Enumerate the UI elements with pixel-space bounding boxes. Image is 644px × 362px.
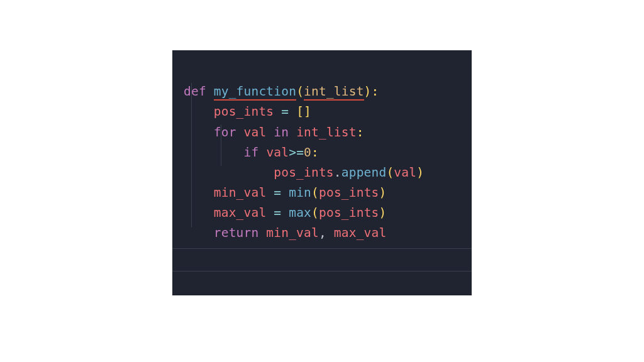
line-highlight-top — [172, 248, 472, 249]
code-line: if val>=0: — [184, 145, 319, 160]
code-line: for val in int_list: — [184, 125, 364, 140]
code-line: pos_ints.append(val) — [184, 165, 424, 180]
indent-guide — [191, 83, 192, 228]
code-line: return min_val, max_val — [184, 226, 386, 240]
keyword-return: return — [214, 226, 259, 240]
literal-zero: 0 — [304, 145, 311, 160]
keyword-def: def — [184, 84, 206, 99]
var-max-val: max_val — [214, 206, 267, 220]
var-int-list: int_list — [296, 125, 357, 140]
builtin-max: max — [289, 206, 311, 220]
method-append: append — [341, 165, 387, 180]
var-min-val: min_val — [214, 185, 267, 200]
code-line: max_val = max(pos_ints) — [184, 206, 386, 220]
code-editor[interactable]: def my_function(int_list): pos_ints = []… — [172, 50, 472, 295]
code-line: pos_ints = [] — [184, 104, 311, 119]
var-val: val — [244, 125, 267, 140]
var-pos-ints: pos_ints — [214, 104, 274, 119]
code-line: def my_function(int_list): — [184, 84, 379, 101]
op-gte: >= — [289, 145, 304, 160]
keyword-for: for — [214, 125, 236, 140]
function-name: my_function — [214, 84, 296, 101]
line-highlight-bottom — [172, 271, 472, 272]
keyword-if: if — [244, 145, 259, 160]
parameter-int-list: int_list — [304, 84, 364, 101]
builtin-min: min — [289, 185, 311, 200]
indent-guide — [221, 124, 221, 166]
code-block[interactable]: def my_function(int_list): pos_ints = []… — [184, 62, 472, 264]
keyword-in: in — [274, 125, 289, 140]
code-line: min_val = min(pos_ints) — [184, 185, 386, 200]
